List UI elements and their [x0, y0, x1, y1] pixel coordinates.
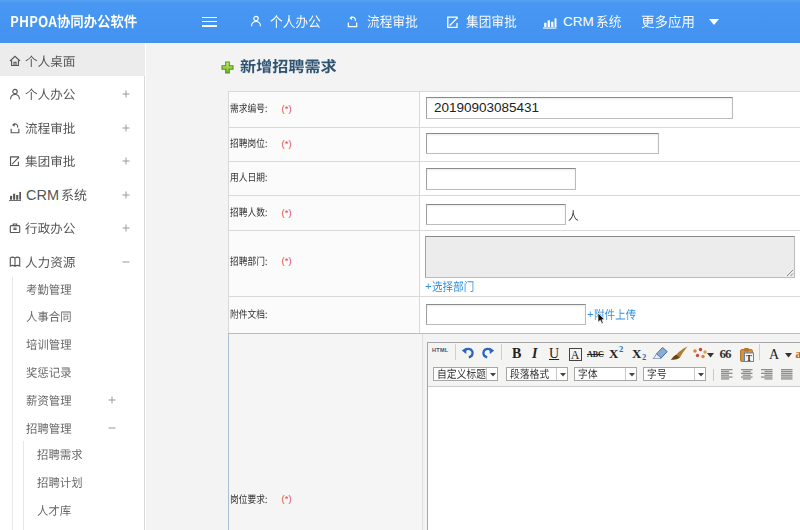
svg-text:T: T — [745, 353, 751, 363]
